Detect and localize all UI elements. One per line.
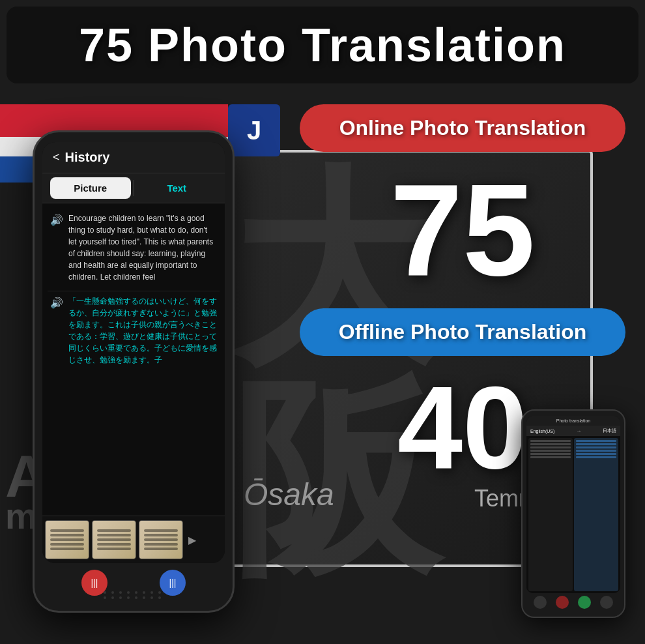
mini-text-left [528, 438, 573, 591]
tab-picture[interactable]: Picture [50, 177, 131, 199]
mini-phone-title: Photo translation [526, 416, 620, 426]
phone-header: < History [42, 142, 225, 173]
grille-dot [135, 591, 137, 594]
mini-phone-controls [526, 593, 620, 611]
mini-line [530, 453, 571, 455]
mini-line [530, 440, 571, 442]
grille-dot [143, 591, 145, 594]
speaker-icon-en[interactable]: 🔊 [50, 214, 63, 283]
phone-device: < History Picture Text 🔊 Encourage child… [33, 130, 235, 613]
thumbnail-strip: ▶ [42, 516, 225, 563]
mini-line-blue [576, 446, 616, 448]
bars-icon-blue: ||| [169, 578, 177, 588]
mini-text-right [574, 438, 618, 591]
bars-icon-red: ||| [91, 578, 98, 588]
mini-line [530, 450, 571, 452]
mini-line [530, 456, 571, 458]
mini-line-blue [576, 450, 616, 452]
mini-arrow-icon: → [576, 428, 581, 434]
grille-dot [104, 591, 106, 594]
back-button[interactable]: < [53, 151, 60, 164]
tab-divider [134, 180, 134, 196]
mini-lang-from: English(US) [530, 429, 554, 433]
grille-dot [135, 596, 137, 599]
grille-dot [104, 596, 106, 599]
offline-label: Offline Photo Translation [339, 320, 586, 344]
phone-outer: < History Picture Text 🔊 Encourage child… [33, 130, 235, 613]
thumbnail-2[interactable] [92, 520, 136, 559]
mini-content [526, 436, 620, 593]
mini-phone-device: Photo translation English(US) → 日本語 [521, 409, 625, 618]
grille-dot [127, 591, 130, 594]
offline-badge: Offline Photo Translation [300, 308, 625, 356]
online-count: 75 [300, 165, 625, 295]
phone-screen: < History Picture Text 🔊 Encourage child… [42, 142, 225, 563]
english-text-block: 🔊 Encourage children to learn "it's a go… [48, 209, 220, 287]
grille-dot [158, 596, 161, 599]
japanese-translation-text: 「一生懸命勉強するのはいいけど、何をするか、自分が疲れすぎないように」と勉強を励… [68, 295, 217, 366]
grille-dot [111, 596, 114, 599]
speaker-icon-ja[interactable]: 🔊 [50, 297, 63, 366]
mini-ctrl-1[interactable] [534, 596, 547, 609]
grille-dot [158, 591, 161, 594]
mini-line-blue [576, 440, 616, 442]
grille-dot [111, 591, 114, 594]
grille-dot [127, 596, 130, 599]
english-translation-text: Encourage children to learn "it's a good… [68, 212, 217, 283]
grille-dot [143, 596, 145, 599]
mini-ctrl-red[interactable] [556, 596, 569, 609]
online-label: Online Photo Translation [339, 116, 586, 139]
header-bar: 75 Photo Translation [7, 7, 638, 83]
thumbnail-1[interactable] [45, 520, 89, 559]
ctrl-button-blue[interactable]: ||| [160, 570, 186, 596]
mini-line [530, 443, 571, 445]
grille-dot [119, 591, 122, 594]
mini-line-blue [576, 456, 616, 458]
phone-screen-title: History [65, 150, 110, 165]
mini-phone-screen: Photo translation English(US) → 日本語 [526, 416, 620, 593]
grille-dot [150, 591, 153, 594]
online-badge: Online Photo Translation [300, 104, 625, 152]
mini-ctrl-2[interactable] [600, 596, 613, 609]
mini-line [530, 446, 571, 448]
thumbnail-3[interactable] [139, 520, 183, 559]
mini-line-blue [576, 443, 616, 445]
grille-dot [150, 596, 153, 599]
mini-ctrl-green[interactable] [578, 596, 591, 609]
grille-dot [119, 596, 122, 599]
tab-bar: Picture Text [42, 173, 225, 203]
japanese-text-block: 🔊 「一生懸命勉強するのはいいけど、何をするか、自分が疲れすぎないように」と勉強… [48, 291, 220, 370]
jl-sign-icon: J [228, 104, 280, 156]
page-title: 75 Photo Translation [79, 19, 566, 71]
thumbnail-next-arrow[interactable]: ▶ [186, 520, 199, 559]
mini-content-inner [528, 438, 618, 591]
mini-lang-to: 日本語 [603, 428, 616, 434]
speaker-grille [104, 591, 164, 599]
phone-content: 🔊 Encourage children to learn "it's a go… [42, 203, 225, 516]
tab-text[interactable]: Text [137, 177, 218, 199]
mini-lang-bar: English(US) → 日本語 [526, 426, 620, 436]
mini-line-blue [576, 453, 616, 455]
